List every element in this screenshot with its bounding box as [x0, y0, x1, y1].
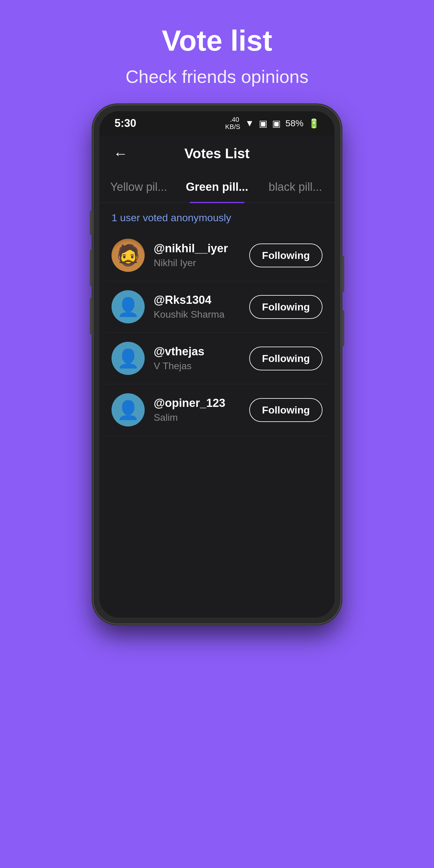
empty-content-area [99, 436, 335, 617]
app-screen: ← Votes List Yellow pil... Green pill...… [99, 135, 335, 618]
battery-indicator: 58% [285, 118, 304, 128]
mute-button [90, 211, 92, 235]
status-time: 5:30 [115, 117, 136, 130]
user-info: @nikhil__iyer Nikhil Iyer [154, 242, 249, 269]
volume-up-button [90, 250, 92, 286]
follow-button[interactable]: Following [249, 244, 322, 267]
anonymous-notice: 1 user voted anonymously [99, 203, 335, 230]
back-button[interactable]: ← [112, 144, 130, 162]
user-info: @vthejas V Thejas [154, 345, 249, 372]
person-icon: 👤 [117, 399, 140, 421]
tab-bar: Yellow pil... Green pill... black pill..… [99, 172, 335, 203]
user-item: 👤 @vthejas V Thejas Following [105, 333, 329, 384]
top-navigation: ← Votes List [99, 135, 335, 172]
tab-yellow-pill[interactable]: Yellow pil... [99, 172, 178, 203]
follow-button[interactable]: Following [249, 295, 322, 319]
wifi-icon: ▼ [245, 118, 254, 128]
avatar: 👤 [112, 342, 145, 375]
user-handle: @opiner_123 [154, 397, 249, 410]
follow-button[interactable]: Following [249, 347, 322, 370]
user-info: @opiner_123 Salim [154, 397, 249, 423]
screen-title: Votes List [130, 145, 304, 161]
tab-green-pill[interactable]: Green pill... [178, 172, 256, 203]
signal-icon: ▣ [259, 118, 267, 129]
volume-down-button [90, 298, 92, 334]
user-handle: @vthejas [154, 345, 249, 358]
status-icons: 0.40KB/S ▼ ▣ ▣ 58% 🔋 [225, 116, 319, 130]
user-item: 👤 @opiner_123 Salim Following [105, 384, 329, 436]
avatar: 👤 [112, 393, 145, 427]
user-list: @nikhil__iyer Nikhil Iyer Following 👤 @R… [99, 230, 335, 436]
back-arrow-icon: ← [113, 145, 128, 162]
phone-device: 5:30 0.40KB/S ▼ ▣ ▣ 58% 🔋 ← Votes List [93, 105, 341, 624]
follow-button[interactable]: Following [249, 398, 322, 422]
user-item: 👤 @Rks1304 Koushik Sharma Following [105, 281, 329, 333]
person-icon: 👤 [117, 296, 140, 318]
page-subtitle: Check friends opinions [125, 66, 308, 87]
power-button-2 [342, 310, 344, 346]
page-title: Vote list [162, 24, 272, 57]
power-button [342, 256, 344, 292]
user-handle: @Rks1304 [154, 293, 249, 307]
battery-icon: 🔋 [308, 118, 319, 129]
user-handle: @nikhil__iyer [154, 242, 249, 255]
user-name: V Thejas [154, 361, 249, 372]
camera-notch [199, 111, 235, 122]
avatar [112, 239, 145, 272]
person-icon: 👤 [117, 348, 140, 369]
user-name: Nikhil Iyer [154, 257, 249, 269]
user-item: @nikhil__iyer Nikhil Iyer Following [105, 230, 329, 281]
user-info: @Rks1304 Koushik Sharma [154, 293, 249, 320]
page-header: Vote list Check friends opinions [0, 0, 434, 105]
avatar: 👤 [112, 290, 145, 323]
user-name: Salim [154, 412, 249, 423]
phone-screen: 5:30 0.40KB/S ▼ ▣ ▣ 58% 🔋 ← Votes List [99, 111, 335, 618]
user-name: Koushik Sharma [154, 309, 249, 320]
tab-black-pill[interactable]: black pill... [256, 172, 335, 203]
signal-icon-2: ▣ [272, 118, 281, 129]
